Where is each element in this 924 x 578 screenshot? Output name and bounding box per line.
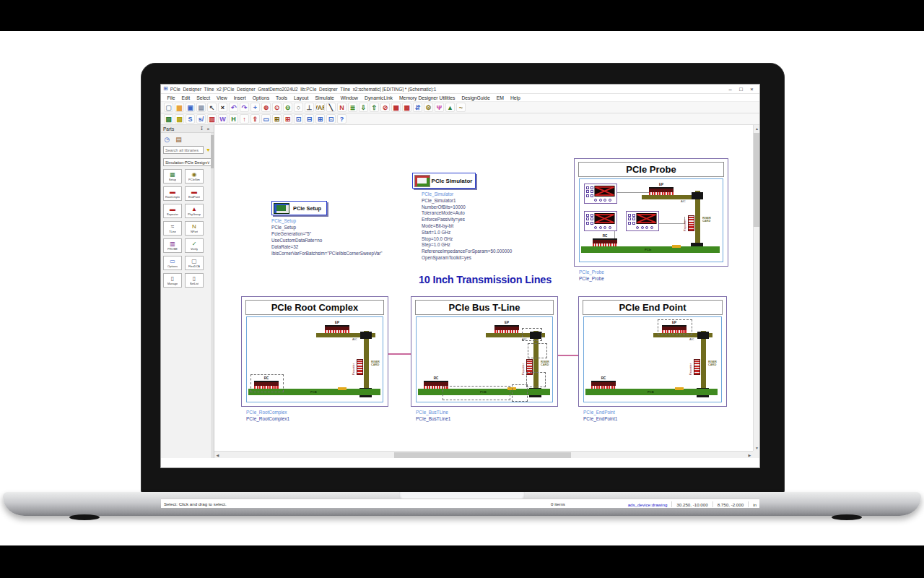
window-2[interactable]: ⊟ (305, 114, 314, 124)
menu-item[interactable]: Window (337, 95, 361, 100)
print[interactable]: ▤ (196, 103, 206, 112)
menu-item[interactable]: Tools (273, 95, 291, 100)
menu-item[interactable]: Select (193, 95, 214, 100)
part-tile[interactable]: ▬ RootCmplx (163, 186, 182, 201)
part-tile[interactable]: ▯ Manage (163, 273, 182, 288)
h-tool[interactable]: H (229, 114, 238, 124)
window-4[interactable]: ⊡ (326, 114, 336, 124)
close-button[interactable]: × (746, 86, 757, 92)
wire[interactable]: ╲ (326, 103, 336, 112)
menu-item[interactable]: DynamicLink (362, 95, 396, 100)
help[interactable]: ? (337, 114, 346, 124)
part-tile[interactable]: ▦ Setup (163, 169, 182, 184)
deactivate[interactable]: ⊘ (380, 103, 390, 112)
menu-item[interactable]: Help (507, 95, 523, 100)
library-browser-icon[interactable]: ▤ (175, 135, 183, 143)
pcie-simulator-component[interactable]: PCIe Simulator (412, 173, 476, 189)
maximize-button[interactable]: □ (736, 86, 746, 92)
scroll-down-icon[interactable]: ▼ (754, 444, 760, 451)
component-library[interactable]: ≣ (348, 103, 357, 112)
parts-scrollbar-thumb[interactable] (211, 135, 214, 168)
menu-item[interactable]: EM (493, 95, 507, 100)
wire-bus-to-endpoint[interactable] (558, 355, 578, 356)
close-icon[interactable]: × (205, 126, 212, 131)
redo[interactable]: ↷ (240, 103, 249, 112)
pcie-root-complex-component[interactable]: PCIe Root Complex EP AIC Repeater RISER … (241, 296, 388, 407)
display[interactable]: ▥ (207, 114, 217, 124)
part-tile[interactable]: ▯ NetList (185, 273, 204, 288)
history-icon[interactable]: ◷ (163, 135, 171, 143)
pin-icon[interactable]: ↧ (199, 126, 205, 131)
sparam[interactable]: ⊞ (272, 114, 282, 124)
window-3[interactable]: ⊞ (315, 114, 325, 124)
export-chip[interactable]: ↑ (240, 114, 249, 124)
pan[interactable]: + (250, 103, 260, 112)
layers-b[interactable]: ▤ (175, 114, 184, 124)
snap[interactable]: S (186, 114, 195, 124)
pcie-end-point-component[interactable]: PCIe End Point EP AIC Repeater RISER CAR… (578, 296, 727, 407)
part-tile[interactable]: ◉ PCIeSim (185, 169, 204, 184)
zoom-area[interactable]: ⊙ (272, 103, 282, 112)
pcie-bus-tline-component[interactable]: PCIe Bus T-Line EP AIC Repeater RISER CA… (411, 296, 558, 407)
wire-root-to-bus[interactable] (388, 353, 411, 355)
clear-highlight[interactable]: ▩ (402, 103, 411, 112)
undo[interactable]: ↶ (229, 103, 238, 112)
menu-item[interactable]: Options (249, 95, 272, 100)
open-folder[interactable]: ▆ (175, 103, 184, 112)
menu-item[interactable]: View (214, 95, 231, 100)
library-dropdown[interactable]: Simulation-PCIe Designer ∨ (163, 158, 212, 166)
pcie-probe-component[interactable]: PCIe Probe (574, 158, 728, 267)
part-tile[interactable]: ▲ PhyGroup (185, 204, 204, 218)
menu-item[interactable]: Memory Designer Utilities (396, 95, 458, 100)
part-tile[interactable]: N NPort (185, 221, 204, 236)
part-tile[interactable]: ▢ FlexDCA (185, 256, 204, 270)
scroll-right-icon[interactable]: ▶ (746, 452, 753, 458)
pop-hierarchy[interactable]: ⇧ (370, 103, 379, 112)
menu-item[interactable]: Edit (178, 95, 193, 100)
minimize-button[interactable]: – (725, 86, 736, 92)
var[interactable]: VAR (315, 103, 325, 112)
horizontal-scrollbar-thumb[interactable] (394, 452, 571, 458)
plot[interactable]: ~ (456, 103, 466, 112)
menu-item[interactable]: Insert (230, 95, 249, 100)
part-tile[interactable]: ▬ EndPoint (185, 186, 204, 201)
node-name[interactable]: N (337, 103, 346, 112)
ground[interactable]: ⊥ (305, 103, 314, 112)
part-tile[interactable]: ≈ TLine (163, 221, 182, 236)
vertical-scrollbar[interactable]: ▲ ▼ (753, 125, 759, 451)
horizontal-scrollbar[interactable]: ◀ ▶ (214, 451, 753, 458)
hierarchy[interactable]: ⇵ (413, 103, 422, 112)
wave[interactable]: W (218, 114, 227, 124)
window-1[interactable]: ⊡ (294, 114, 303, 124)
pcie-setup-component[interactable]: PCIe Setup (271, 201, 327, 215)
insert-pin[interactable]: ○ (294, 103, 303, 112)
zoom-out[interactable]: ⊖ (283, 103, 292, 112)
part-tile[interactable]: ✓ Verify (185, 238, 204, 253)
filter-funnel-icon[interactable]: ▼ (206, 147, 211, 152)
menu-item[interactable]: Layout (290, 95, 311, 100)
scale[interactable]: s/ (196, 114, 206, 124)
schematic-canvas[interactable]: PCIe Setup PCIe_Setup PCIe_SetupPcieGene… (214, 125, 753, 451)
save[interactable]: ▣ (186, 103, 195, 112)
parts-scrollbar[interactable] (211, 133, 214, 458)
import-chip[interactable]: ⇪ (250, 114, 260, 124)
zoom-in[interactable]: ⊕ (261, 103, 271, 112)
part-tile[interactable]: ▥ PROBE (163, 238, 182, 253)
part-tile[interactable]: ▭ Options (163, 256, 182, 270)
title-bar[interactable]: ⊞ PCIe_Designer_Tline_x2 [PCIe_Designer_… (161, 85, 759, 94)
pin-grid[interactable]: ⊞ (283, 114, 292, 124)
simulation-settings[interactable]: ⚙ (424, 103, 433, 112)
delete[interactable]: × (218, 103, 227, 112)
menu-item[interactable]: File (164, 95, 178, 100)
part-tile[interactable]: ▬ Repeater (163, 204, 182, 218)
pointer[interactable]: ↖ (207, 103, 217, 112)
monitor[interactable]: ▭ (261, 114, 271, 124)
antenna[interactable]: Ψ (435, 103, 444, 112)
layers-a[interactable]: ▤ (164, 114, 173, 124)
scroll-left-icon[interactable]: ◀ (214, 452, 221, 458)
menu-item[interactable]: Simulate (312, 95, 337, 100)
scroll-up-icon[interactable]: ▲ (754, 125, 760, 131)
new-file[interactable]: ▢ (164, 103, 173, 112)
push-hierarchy[interactable]: ⇩ (359, 103, 368, 112)
vertical-scrollbar-thumb[interactable] (754, 133, 759, 227)
